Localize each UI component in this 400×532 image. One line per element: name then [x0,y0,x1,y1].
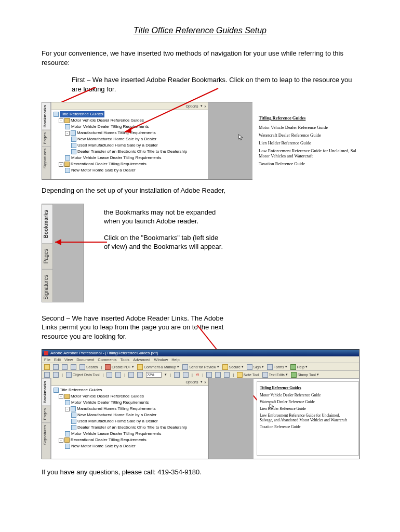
bookmarks-tab[interactable]: Bookmarks [42,102,50,130]
link-item[interactable]: Low Enforcement Reference Guide for Uncl… [259,148,356,158]
intro-text: For your convenience, we have inserted t… [42,49,358,67]
nav-button[interactable] [128,372,134,378]
bookmark-item[interactable]: Motor Vehicle Dealer Reference Guides [71,394,144,398]
bookmark-item[interactable]: New Manufactured Home Sale by a Dealer [77,413,156,417]
link-item[interactable]: Lien Holder Reference Guide [259,140,356,145]
bookmark-item[interactable]: Dealer Transfer of an Electronic Ohio Ti… [77,425,187,430]
menu-bar: File Edit View Document Comments Tools A… [42,356,359,363]
collapsed-bookmarks-panel: Bookmarks Pages Signatures [42,204,84,302]
fit-button[interactable] [174,372,180,378]
text-edits-button[interactable]: Text Edits ▾ [262,372,288,378]
bookmark-item[interactable]: Dealer Transfer of an Electronic Ohio Ti… [77,149,187,154]
second-method-text: Second – We have inserted Adobe Reader L… [42,314,239,341]
links-header: Titling Reference Guides [259,115,356,121]
link-item[interactable]: Motor Vehicle Dealer Reference Guide [260,393,353,397]
create-pdf-button[interactable]: Create PDF ▾ [105,364,134,370]
fit-button[interactable] [183,372,189,378]
select-tool-button[interactable] [53,372,59,378]
pages-tab[interactable]: Pages [42,406,50,422]
menu-tools[interactable]: Tools [121,357,130,362]
open-button[interactable] [44,364,50,370]
zoom-input[interactable] [146,372,162,378]
zoom-out-button[interactable] [106,372,112,378]
bookmark-item[interactable]: New Manufactured Home Sale by a Dealer [77,137,156,141]
menu-window[interactable]: Window [154,357,168,362]
signatures-tab[interactable]: Signatures [42,146,50,170]
side-tabs: Bookmarks Pages Signatures [42,102,51,179]
reference-links-column: Titling Reference Guides Motor Vehicle D… [259,115,356,169]
screenshot-1: Bookmarks Pages Signatures Options ▾ x T… [42,102,358,179]
cursor-icon [238,134,243,141]
link-item[interactable]: Motor Vehicle Dealer Reference Guide [259,125,356,130]
nav-button[interactable] [137,372,143,378]
link-item[interactable]: Taxation Reference Guide [260,424,353,429]
menu-comments[interactable]: Comments [98,357,116,362]
bookmark-item[interactable]: Motor Vehicle Lease Dealer Titling Requi… [71,431,161,436]
object-data-button[interactable]: Object Data Tool [66,372,100,378]
hand-tool-button[interactable] [44,372,50,378]
menu-file[interactable]: File [44,357,50,362]
layout-button[interactable] [224,372,230,378]
toolbar-row-2: | Object Data Tool | | ▾ | | Y! | | [42,371,359,379]
layout-button[interactable] [215,372,221,378]
link-item[interactable]: Low Enforcement Reference Guide for Uncl… [260,413,353,422]
stamp-tool-button[interactable]: Stamp Tool ▾ [291,372,319,378]
bookmark-item[interactable]: New Motor Home Sale by a Dealer [71,168,136,172]
bookmark-item[interactable]: Motor Vehicle Lease Dealer Titling Requi… [71,155,161,160]
secure-button[interactable]: Secure ▾ [222,364,244,370]
shot2-caption: the Bookmarks may not be expanded when y… [104,208,223,251]
pages-tab[interactable]: Pages [42,243,52,269]
toolbar-row-1: Search | Create PDF ▾ Comment & Markup ▾… [42,363,359,371]
window-titlebar: Adobe Acrobat Professional - [TitlingRef… [42,350,359,356]
options-button[interactable]: Options [185,104,198,108]
bookmark-item[interactable]: Recreational Dealer Titling Requirements [71,437,146,442]
signatures-tab[interactable]: Signatures [42,422,50,447]
menu-edit[interactable]: Edit [54,357,61,362]
bookmarks-tab[interactable]: Bookmarks [42,378,50,406]
pages-tab[interactable]: Pages [42,130,50,147]
comment-markup-button[interactable]: Comment & Markup ▾ [137,364,179,370]
note-tool-button[interactable]: Note Tool [237,372,259,378]
print-button[interactable] [62,364,68,370]
bookmarks-toolbar: Options ▾ x [51,102,208,110]
sign-button[interactable]: Sign ▾ [247,364,264,370]
help-button[interactable]: Help ▾ [290,364,308,370]
menu-document[interactable]: Document [76,357,94,362]
bookmark-item[interactable]: New Motor Home Sale by a Dealer [71,444,136,448]
bookmarks-tree-3: Title Reference Guides -Motor Vehicle De… [51,386,208,450]
save-button[interactable] [53,364,59,370]
document-pane [208,102,252,180]
screenshot-3: Adobe Acrobat Professional - [TitlingRef… [42,349,358,458]
bookmark-root[interactable]: Title Reference Guides [60,388,102,392]
bookmark-item[interactable]: Used Manufactured Home Sale by a Dealer [77,419,158,423]
send-review-button[interactable]: Send for Review ▾ [182,364,219,370]
bookmark-item[interactable]: Used Manufactured Home Sale by a Dealer [77,143,158,148]
bookmarks-tab[interactable]: Bookmarks [42,204,52,243]
forms-button[interactable]: Forms ▾ [267,364,287,370]
menu-advanced[interactable]: Advanced [133,357,150,362]
cursor-icon [269,403,274,410]
contact-text: If you have any questions, please call: … [42,468,358,477]
email-button[interactable] [71,364,76,370]
document-grey-area [209,378,254,459]
close-button[interactable]: x [205,380,207,384]
zoom-in-button[interactable] [115,372,121,378]
bookmark-item[interactable]: Recreational Dealer Titling Requirements [71,162,146,166]
bookmark-item[interactable]: Motor Vehicle Dealer Titling Requirement… [71,400,149,405]
close-button[interactable]: x [205,104,207,108]
bookmark-item[interactable]: Manufactured Homes Titling Requirements [77,130,156,135]
app-icon [44,351,48,355]
page-title: Title Office Reference Guides Setup [42,26,358,35]
search-button[interactable]: Search [79,364,98,370]
signatures-tab[interactable]: Signatures [42,269,52,305]
menu-help[interactable]: Help [171,357,179,362]
bookmark-item[interactable]: Motor Vehicle Dealer Reference Guides [71,118,144,123]
bookmark-root[interactable]: Title Reference Guides [60,111,104,117]
layout-button[interactable] [206,372,212,378]
link-item[interactable]: Taxation Reference Guide [259,161,356,166]
link-item[interactable]: Watercraft Dealer Reference Guide [259,132,356,138]
menu-view[interactable]: View [64,357,73,362]
bookmark-item[interactable]: Motor Vehicle Dealer Titling Requirement… [71,124,149,129]
bookmark-item[interactable]: Manufactured Homes Titling Requirements [77,406,156,411]
options-button[interactable]: Options [185,380,198,384]
